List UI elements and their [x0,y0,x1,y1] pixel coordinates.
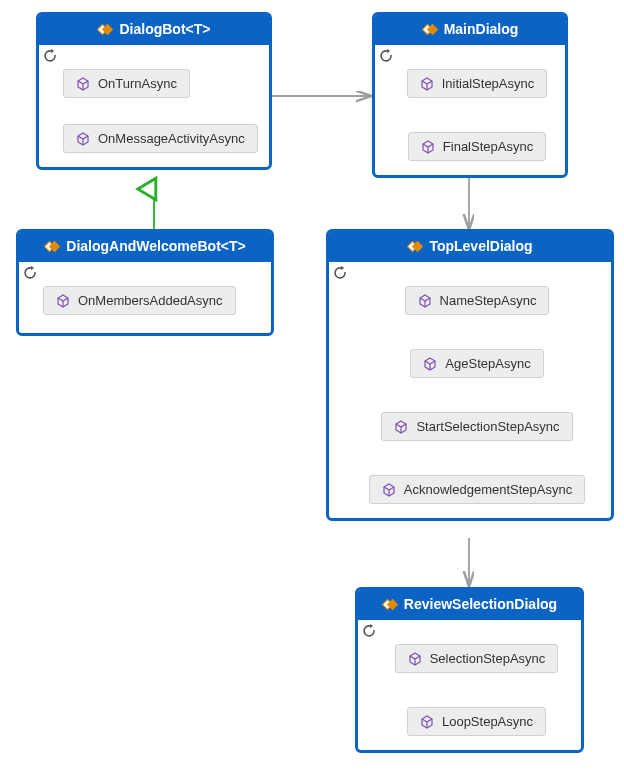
method-icon [408,652,422,666]
method-item: OnMembersAddedAsync [43,286,236,315]
box-title: DialogAndWelcomeBot<T> [66,238,245,254]
class-icon [422,22,438,37]
method-icon [76,77,90,91]
method-item: SelectionStepAsync [395,644,559,673]
method-icon [76,132,90,146]
method-label: FinalStepAsync [443,139,533,154]
box-header: TopLevelDialog [329,232,611,262]
method-item: AgeStepAsync [410,349,543,378]
method-item: OnMessageActivityAsync [63,124,258,153]
method-icon [423,357,437,371]
method-item: NameStepAsync [405,286,550,315]
box-title: DialogBot<T> [119,21,210,37]
box-title: MainDialog [444,21,519,37]
method-icon [421,140,435,154]
box-body: OnMembersAddedAsync [19,262,271,333]
box-body: NameStepAsync AgeStepAsync StartSelectio… [329,262,611,518]
box-header: DialogBot<T> [39,15,269,45]
loop-icon [43,49,59,65]
box-body: SelectionStepAsync LoopStepAsync [358,620,581,750]
class-icon [97,22,113,37]
box-main-dialog: MainDialog InitialStepAsync FinalStepAsy… [372,12,568,178]
loop-icon [379,49,395,65]
box-body: OnTurnAsync OnMessageActivityAsync [39,45,269,167]
method-label: OnMessageActivityAsync [98,131,245,146]
class-icon [407,239,423,254]
loop-icon [362,624,378,640]
box-header: ReviewSelectionDialog [358,590,581,620]
method-item: StartSelectionStepAsync [381,412,572,441]
method-item: FinalStepAsync [408,132,546,161]
method-icon [382,483,396,497]
box-dialog-bot: DialogBot<T> OnTurnAsync OnMessageActivi… [36,12,272,170]
class-icon [44,239,60,254]
method-item: LoopStepAsync [407,707,546,736]
method-item: AcknowledgementStepAsync [369,475,585,504]
method-item: OnTurnAsync [63,69,190,98]
method-label: InitialStepAsync [442,76,535,91]
box-body: InitialStepAsync FinalStepAsync [375,45,565,175]
box-header: MainDialog [375,15,565,45]
method-icon [394,420,408,434]
box-top-level-dialog: TopLevelDialog NameStepAsync AgeStepAsyn… [326,229,614,521]
box-dialog-and-welcome-bot: DialogAndWelcomeBot<T> OnMembersAddedAsy… [16,229,274,336]
box-title: TopLevelDialog [429,238,532,254]
method-label: SelectionStepAsync [430,651,546,666]
method-label: AgeStepAsync [445,356,530,371]
box-header: DialogAndWelcomeBot<T> [19,232,271,262]
method-label: OnTurnAsync [98,76,177,91]
method-item: InitialStepAsync [407,69,548,98]
loop-icon [333,266,349,282]
class-icon [382,597,398,612]
loop-icon [23,266,39,282]
method-icon [420,77,434,91]
box-review-selection-dialog: ReviewSelectionDialog SelectionStepAsync… [355,587,584,753]
method-label: StartSelectionStepAsync [416,419,559,434]
method-label: AcknowledgementStepAsync [404,482,572,497]
method-label: OnMembersAddedAsync [78,293,223,308]
method-icon [418,294,432,308]
method-label: NameStepAsync [440,293,537,308]
method-icon [56,294,70,308]
method-icon [420,715,434,729]
box-title: ReviewSelectionDialog [404,596,557,612]
method-label: LoopStepAsync [442,714,533,729]
